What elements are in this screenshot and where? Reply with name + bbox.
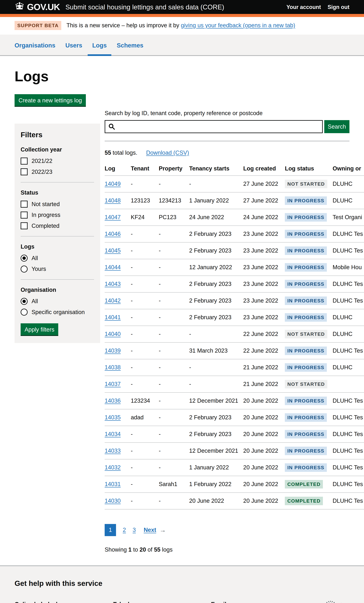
radio-control[interactable] [21, 255, 28, 262]
property-cell: - [159, 226, 189, 242]
log-link[interactable]: 14033 [105, 448, 121, 454]
property-cell: - [159, 259, 189, 276]
log-status-cell: COMPLETED [285, 493, 333, 509]
log-status-cell: IN PROGRESS [285, 459, 333, 476]
radio-yours[interactable]: Yours [21, 266, 94, 273]
log-created-cell: 24 June 2022 [243, 209, 285, 226]
nav-item-logs[interactable]: Logs [92, 35, 107, 55]
page-link-2[interactable]: 2 [123, 526, 126, 534]
log-link[interactable]: 14038 [105, 364, 121, 371]
tenant-cell: - [131, 292, 159, 309]
tenancy-starts-cell: 1 January 2022 [189, 459, 243, 476]
status-badge: IN PROGRESS [285, 230, 327, 238]
checkbox-control[interactable] [21, 158, 28, 164]
column-header-log-created: Log created [243, 162, 285, 176]
checkbox-control[interactable] [21, 212, 28, 219]
filter-group-status: StatusNot startedIn progressCompleted [21, 182, 94, 230]
tenancy-starts-cell: - [189, 376, 243, 393]
search-button[interactable]: Search [324, 120, 350, 133]
filters-title: Filters [21, 130, 94, 139]
option-label: 2022/23 [32, 168, 52, 176]
filter-group-logs: LogsAllYours [21, 236, 94, 273]
your-account-link[interactable]: Your account [286, 4, 321, 11]
checkbox-control[interactable] [21, 222, 28, 229]
tenant-cell: adad [131, 409, 159, 426]
status-badge: IN PROGRESS [285, 413, 327, 422]
govuk-logo[interactable]: GOV.UK [14, 1, 60, 12]
column-header-property: Property [159, 162, 189, 176]
search-label: Search by log ID, tenant code, property … [105, 110, 350, 117]
filter-group-label: Collection year [21, 146, 94, 153]
log-link[interactable]: 14041 [105, 314, 121, 320]
checkbox-completed[interactable]: Completed [21, 222, 94, 230]
feedback-link[interactable]: giving us your feedback (opens in a new … [181, 22, 295, 29]
property-cell: - [159, 359, 189, 376]
download-csv-link[interactable]: Download (CSV) [146, 150, 189, 156]
next-page-link[interactable]: Next [144, 526, 156, 534]
log-status-cell: NOT STARTED [285, 326, 333, 342]
tenant-cell: - [131, 226, 159, 242]
log-status-cell: IN PROGRESS [285, 226, 333, 242]
checkbox-2021-22[interactable]: 2021/22 [21, 157, 94, 165]
header-account-nav: Your account Sign out [280, 4, 350, 11]
log-link[interactable]: 14039 [105, 348, 121, 354]
radio-specific-organisation[interactable]: Specific organisation [21, 309, 94, 316]
status-badge: IN PROGRESS [285, 280, 327, 288]
nav-item-users[interactable]: Users [65, 35, 82, 55]
search-input[interactable] [115, 121, 322, 133]
apply-filters-button[interactable]: Apply filters [21, 323, 58, 335]
log-link[interactable]: 14048 [105, 197, 121, 204]
table-row: 14037---21 June 2022NOT STARTED [105, 376, 364, 393]
log-link[interactable]: 14031 [105, 481, 121, 487]
nav-item-organisations[interactable]: Organisations [14, 35, 55, 55]
log-link[interactable]: 14042 [105, 297, 121, 304]
status-badge: IN PROGRESS [285, 313, 327, 322]
log-link[interactable]: 14032 [105, 464, 121, 471]
radio-control[interactable] [21, 298, 28, 305]
log-link[interactable]: 14030 [105, 498, 121, 504]
log-link[interactable]: 14034 [105, 431, 121, 437]
log-link[interactable]: 14047 [105, 214, 121, 220]
service-name-link[interactable]: Submit social housing lettings and sales… [65, 3, 280, 11]
radio-control[interactable] [21, 266, 28, 273]
checkbox-control[interactable] [21, 201, 28, 208]
property-cell: - [159, 242, 189, 259]
log-link[interactable]: 14037 [105, 381, 121, 387]
log-link[interactable]: 14035 [105, 414, 121, 420]
log-link[interactable]: 14043 [105, 281, 121, 287]
log-created-cell: 23 June 2022 [243, 309, 285, 326]
log-link[interactable]: 14046 [105, 231, 121, 237]
radio-all[interactable]: All [21, 255, 94, 262]
radio-all[interactable]: All [21, 298, 94, 305]
support-beta-tag: SUPPORT BETA [14, 21, 61, 30]
checkbox-2022-23[interactable]: 2022/23 [21, 168, 94, 176]
property-cell: - [159, 409, 189, 426]
checkbox-control[interactable] [21, 168, 28, 175]
checkbox-not-started[interactable]: Not started [21, 201, 94, 208]
page-link-3[interactable]: 3 [133, 526, 136, 534]
table-row: 14042--2 February 202323 June 2022IN PRO… [105, 292, 364, 309]
status-badge: IN PROGRESS [285, 447, 327, 455]
checkbox-in-progress[interactable]: In progress [21, 211, 94, 219]
property-cell: - [159, 176, 189, 192]
tenancy-starts-cell: 12 December 2021 [189, 442, 243, 459]
sign-out-link[interactable]: Sign out [328, 4, 350, 11]
nav-item-schemes[interactable]: Schemes [117, 35, 143, 55]
option-label: Yours [32, 266, 46, 273]
tenancy-starts-cell: 31 March 2023 [189, 342, 243, 359]
log-link[interactable]: 14040 [105, 331, 121, 337]
property-cell: 1234213 [159, 192, 189, 209]
page-current[interactable]: 1 [105, 524, 116, 536]
option-label: Not started [32, 201, 60, 208]
radio-control[interactable] [21, 309, 28, 316]
log-status-cell: IN PROGRESS [285, 209, 333, 226]
create-lettings-log-button[interactable]: Create a new lettings log [14, 94, 86, 106]
log-link[interactable]: 14036 [105, 397, 121, 404]
log-link[interactable]: 14049 [105, 181, 121, 187]
tenancy-starts-cell: 1 January 2022 [189, 192, 243, 209]
log-link[interactable]: 14044 [105, 264, 121, 270]
log-link[interactable]: 14045 [105, 247, 121, 254]
total-logs-count: 55 [105, 150, 111, 156]
property-cell: - [159, 276, 189, 292]
phase-banner-prefix: This is a new service – help us improve … [66, 22, 181, 29]
